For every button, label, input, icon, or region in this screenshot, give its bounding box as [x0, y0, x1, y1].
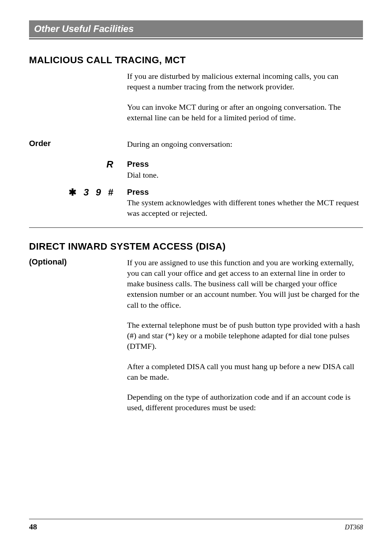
disa-para3-row: After a completed DISA call you must han… [29, 361, 363, 383]
step2-action: Press [127, 187, 149, 197]
step2-key: ✱ 3 9 # [29, 187, 127, 198]
step2-desc: The system acknowledges with different t… [127, 198, 359, 218]
mct-step1: R Press Dial tone. [29, 159, 363, 180]
header-title: Other Useful Facilities [34, 23, 134, 34]
step2-content: Press The system acknowledges with diffe… [127, 187, 363, 219]
mct-order-row: Order During an ongoing conversation: [29, 139, 363, 149]
mct-section-title: MALICIOUS CALL TRACING, MCT [29, 55, 363, 66]
mct-step2: ✱ 3 9 # Press The system acknowledges wi… [29, 187, 363, 219]
order-label: Order [29, 139, 127, 148]
step1-desc: Dial tone. [127, 170, 159, 179]
footer-line: 48 DT368 [29, 519, 363, 532]
star-icon: ✱ [69, 187, 79, 198]
disa-para3: After a completed DISA call you must han… [127, 361, 363, 383]
section-divider [29, 227, 363, 228]
disa-para1: If you are assigned to use this function… [127, 257, 363, 310]
step1-content: Press Dial tone. [127, 159, 363, 180]
order-text: During an ongoing conversation: [127, 139, 363, 149]
footer: 48 DT368 [29, 519, 363, 532]
document-id: DT368 [345, 524, 363, 531]
header-bar: Other Useful Facilities [29, 20, 363, 37]
mct-intro2: You can invoke MCT during or after an on… [127, 102, 363, 123]
disa-para4-row: Depending on the type of authorization c… [29, 392, 363, 413]
disa-para2: The external telephone must be of push b… [127, 320, 363, 352]
disa-section-title: DIRECT INWARD SYSTEM ACCESS (DISA) [29, 241, 363, 252]
step1-action: Press [127, 160, 149, 169]
optional-label: (Optional) [29, 257, 127, 267]
header-underline [29, 39, 363, 39]
step2-key-rest: 3 9 # [79, 187, 115, 198]
mct-intro1: If you are disturbed by malicious extern… [127, 71, 363, 92]
mct-intro-row1: If you are disturbed by malicious extern… [29, 71, 363, 92]
mct-intro-row2: You can invoke MCT during or after an on… [29, 102, 363, 123]
page-number: 48 [29, 522, 37, 532]
disa-para4: Depending on the type of authorization c… [127, 392, 363, 413]
step1-key: R [29, 159, 127, 170]
disa-para1-row: (Optional) If you are assigned to use th… [29, 257, 363, 310]
disa-para2-row: The external telephone must be of push b… [29, 320, 363, 352]
